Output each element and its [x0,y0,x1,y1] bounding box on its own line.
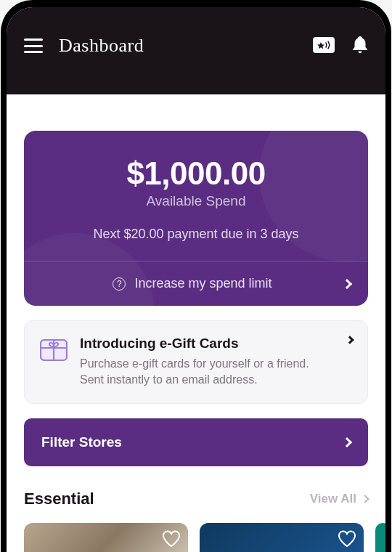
view-all-button[interactable]: View All [310,492,368,506]
view-all-label: View All [310,492,356,506]
filter-stores-button[interactable]: Filter Stores [24,418,368,466]
filter-label: Filter Stores [41,434,122,450]
page-title: Dashboard [59,35,144,57]
gift-banner-title: Introducing e-Gift Cards [80,336,335,352]
balance-label: Available Spend [41,193,351,209]
heart-icon[interactable] [338,530,356,549]
menu-icon[interactable] [24,38,43,53]
next-payment-text: Next $20.00 payment due in 3 days [41,227,351,242]
store-card[interactable] [375,523,385,552]
increase-limit-button[interactable]: ? Increase my spend limit [24,261,368,306]
balance-card: $1,000.00 Available Spend Next $20.00 pa… [24,131,368,306]
store-card[interactable] [200,523,364,552]
section-title: Essential [24,490,94,508]
balance-summary: $1,000.00 Available Spend Next $20.00 pa… [24,131,368,261]
chevron-right-icon [361,495,369,503]
main-content: $1,000.00 Available Spend Next $20.00 pa… [7,94,385,552]
ticket-icon[interactable] [313,37,335,53]
chevron-right-icon [342,437,352,447]
gift-card-icon [39,336,68,365]
store-card[interactable] [24,523,188,552]
phone-screen: Dashboard [7,7,385,552]
chevron-right-icon [342,278,352,288]
gift-card-banner[interactable]: Introducing e-Gift Cards Purchase e-gift… [24,320,368,404]
help-icon: ? [113,277,126,291]
balance-amount: $1,000.00 [41,155,351,192]
header-left: Dashboard [24,35,144,57]
header-right [313,35,368,54]
app-header: Dashboard [7,7,385,94]
heart-icon[interactable] [162,530,181,549]
gift-banner-description: Purchase e-gift cards for yourself or a … [80,356,335,389]
increase-limit-label: Increase my spend limit [134,276,271,291]
store-carousel[interactable] [24,523,368,552]
phone-frame: Dashboard [1,0,391,552]
section-header: Essential View All [24,490,368,508]
gift-banner-content: Introducing e-Gift Cards Purchase e-gift… [80,336,353,389]
notifications-icon[interactable] [352,36,368,54]
